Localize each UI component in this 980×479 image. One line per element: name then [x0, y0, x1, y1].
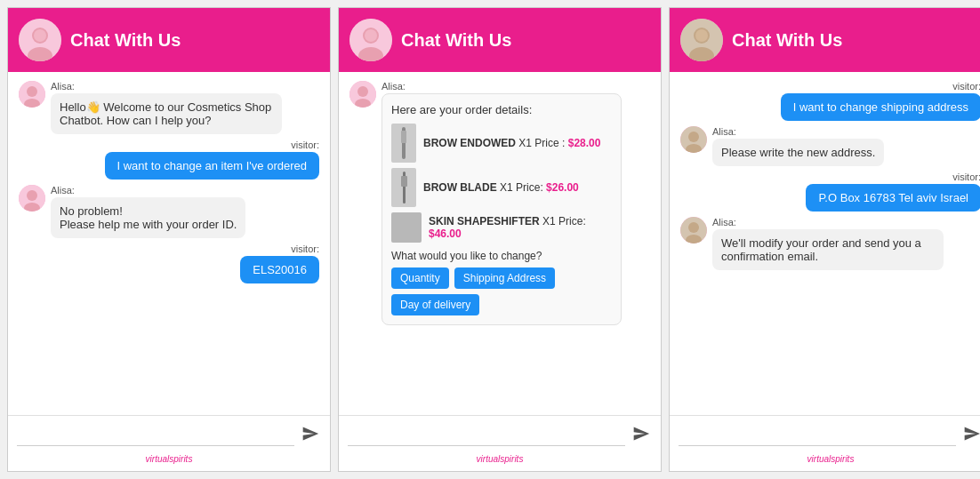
shipping-address-btn[interactable]: Shipping Address [454, 267, 555, 289]
agent-info-3: Alisa: Here are your order details: BROW… [382, 81, 622, 325]
chat-window-2: Chat With Us Alisa: Here are your order … [338, 7, 662, 472]
agent-message-1: Alisa: Hello👋 Welcome to our Cosmetics S… [19, 81, 319, 134]
agent-avatar-2 [19, 185, 45, 212]
svg-point-8 [27, 190, 37, 201]
svg-point-15 [357, 86, 368, 97]
item2-price: $26.00 [546, 181, 579, 194]
visitor-message-1: visitor: I want to change an item I've o… [19, 140, 319, 180]
order-item-text-2: BROW BLADE X1 Price: $26.00 [423, 181, 579, 194]
agent-message-3: Alisa: Here are your order details: BROW… [349, 81, 650, 325]
agent-info-1: Alisa: Hello👋 Welcome to our Cosmetics S… [51, 81, 282, 134]
visitor-message-2: visitor: ELS20016 [19, 243, 319, 283]
svg-point-26 [688, 132, 699, 142]
agent-name-5: Alisa: [712, 217, 944, 228]
agent-avatar-header-3 [680, 19, 723, 61]
visitor-label-3: visitor: [952, 81, 980, 92]
svg-rect-18 [401, 131, 406, 143]
chat-header-2: Chat With Us [339, 8, 661, 72]
agent-info-5: Alisa: We'll modify your order and send … [712, 217, 944, 270]
svg-point-13 [365, 29, 377, 42]
chat-header-1: Chat With Us [8, 8, 330, 72]
item1-name: BROW ENDOWED X1 Price : [423, 137, 568, 149]
svg-rect-20 [401, 176, 407, 187]
product-img-1 [391, 124, 416, 163]
agent-name-3: Alisa: [382, 81, 622, 92]
visitor-bubble-2: ELS20016 [240, 256, 319, 283]
chat-input-2[interactable] [348, 425, 625, 446]
agent-bubble-5: We'll modify your order and send you a c… [712, 229, 944, 270]
item1-price: $28.00 [568, 137, 601, 149]
agent-avatar-3 [349, 81, 376, 108]
svg-point-24 [695, 29, 708, 42]
order-item-2: BROW BLADE X1 Price: $26.00 [391, 168, 612, 207]
order-title: Here are your order details: [391, 103, 612, 116]
agent-info-2: Alisa: No problem!Please help me with yo… [51, 185, 245, 238]
agent-name-1: Alisa: [51, 81, 282, 92]
item3-name: SKIN SHAPESHIFTER X1 Price: [429, 215, 586, 228]
send-button-1[interactable] [300, 423, 321, 447]
item2-name: BROW BLADE X1 Price: [423, 181, 546, 194]
order-card: Here are your order details: BROW ENDOWE… [382, 93, 622, 325]
visitor-bubble-1: I want to change an item I've ordered [105, 152, 320, 180]
change-label: What would you like to change? [391, 250, 612, 262]
chat-header-3: Chat With Us [670, 8, 980, 72]
order-item-text-1: BROW ENDOWED X1 Price : $28.00 [423, 137, 600, 149]
quantity-btn[interactable]: Quantity [391, 267, 449, 289]
input-row-3 [679, 423, 980, 447]
agent-message-2: Alisa: No problem!Please help me with yo… [19, 185, 319, 238]
chat-window-1: Chat With Us Alisa: Hello👋 Welcome to ou… [7, 7, 331, 472]
agent-bubble-4: Please write the new address. [712, 139, 884, 166]
svg-point-3 [34, 29, 46, 42]
chat-footer-3: virtualspirits [670, 415, 980, 471]
item3-price: $46.00 [429, 228, 462, 240]
agent-bubble-1: Hello👋 Welcome to our Cosmetics Shop Cha… [51, 93, 282, 134]
chat-header-title-1: Chat With Us [70, 30, 181, 51]
chat-header-title-2: Chat With Us [401, 30, 511, 51]
send-button-2[interactable] [631, 423, 652, 447]
footer-brand-1: virtualspirits [17, 454, 321, 464]
agent-avatar-5 [680, 217, 707, 243]
chat-body-2: Alisa: Here are your order details: BROW… [339, 72, 661, 415]
svg-point-29 [688, 222, 699, 233]
agent-avatar-1 [19, 81, 45, 108]
product-img-2 [391, 168, 416, 207]
product-img-3 [391, 212, 422, 243]
agent-avatar-header-1 [19, 19, 61, 61]
footer-brand-3: virtualspirits [679, 454, 980, 464]
agent-info-4: Alisa: Please write the new address. [712, 126, 884, 166]
option-buttons: Quantity Shipping Address Day of deliver… [391, 267, 612, 315]
chat-window-3: Chat With Us visitor: I want to change s… [669, 7, 980, 472]
change-options: What would you like to change? Quantity … [391, 250, 612, 315]
chat-body-1: Alisa: Hello👋 Welcome to our Cosmetics S… [8, 72, 330, 415]
visitor-bubble-3: I want to change shipping address [781, 93, 980, 121]
day-of-delivery-btn[interactable]: Day of delivery [391, 294, 479, 315]
agent-avatar-header-2 [349, 19, 392, 61]
agent-name-2: Alisa: [51, 185, 245, 196]
svg-point-5 [27, 86, 37, 97]
agent-avatar-4 [680, 126, 707, 153]
agent-message-4: Alisa: Please write the new address. [680, 126, 980, 166]
order-item-1: BROW ENDOWED X1 Price : $28.00 [391, 124, 612, 163]
chat-footer-2: virtualspirits [339, 415, 661, 471]
agent-message-5: Alisa: We'll modify your order and send … [680, 217, 980, 270]
footer-brand-2: virtualspirits [348, 454, 652, 464]
chat-input-1[interactable] [17, 425, 294, 446]
agent-name-4: Alisa: [712, 126, 884, 137]
visitor-label-1: visitor: [291, 140, 319, 150]
chat-footer-1: virtualspirits [8, 415, 330, 471]
visitor-label-2: visitor: [291, 243, 319, 254]
visitor-label-4: visitor: [952, 172, 980, 182]
visitor-bubble-4: P.O Box 16783 Tel aviv Israel [806, 184, 980, 212]
input-row-2 [348, 423, 652, 447]
order-item-3: SKIN SHAPESHIFTER X1 Price: $46.00 [391, 212, 612, 243]
visitor-message-3: visitor: I want to change shipping addre… [680, 81, 980, 121]
chat-body-3: visitor: I want to change shipping addre… [670, 72, 980, 415]
input-row-1 [17, 423, 321, 447]
chat-header-title-3: Chat With Us [732, 30, 842, 51]
order-item-text-3: SKIN SHAPESHIFTER X1 Price: $46.00 [429, 215, 612, 240]
send-button-3[interactable] [961, 423, 980, 447]
visitor-message-4: visitor: P.O Box 16783 Tel aviv Israel [680, 172, 980, 212]
agent-bubble-2: No problem!Please help me with your orde… [51, 197, 245, 238]
chat-input-3[interactable] [679, 425, 956, 446]
